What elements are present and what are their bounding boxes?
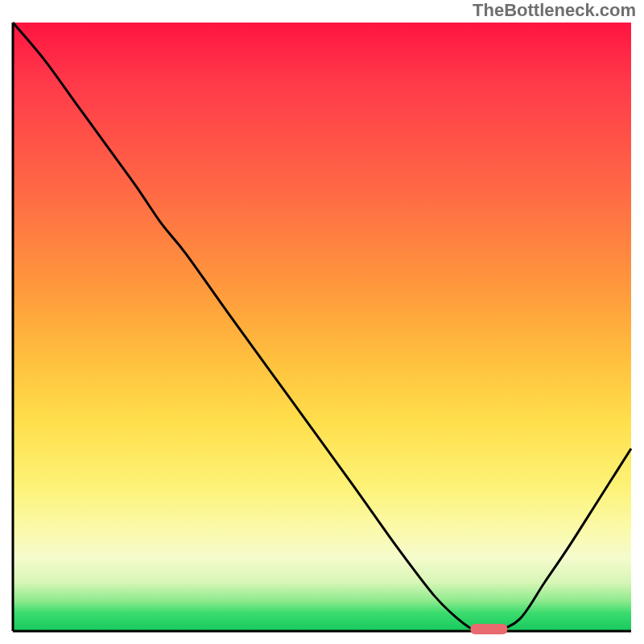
watermark-text: TheBottleneck.com <box>473 0 636 21</box>
optimal-marker-bar <box>470 624 507 634</box>
optimal-marker <box>11 23 633 633</box>
bottleneck-chart <box>11 23 633 633</box>
